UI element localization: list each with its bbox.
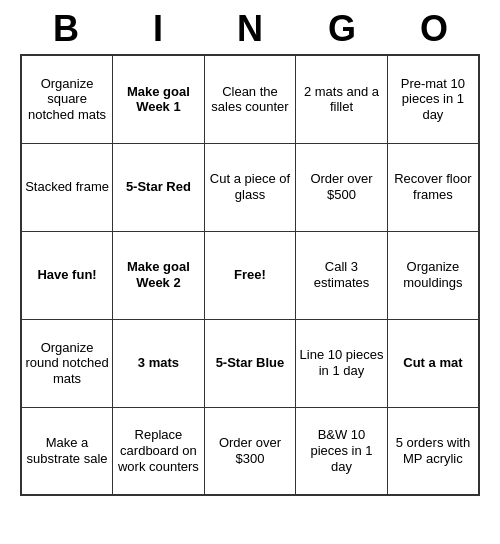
bingo-cell-2-3: Call 3 estimates [296, 231, 388, 319]
bingo-letter-b: B [26, 8, 106, 50]
bingo-cell-3-1: 3 mats [113, 319, 205, 407]
bingo-cell-4-0: Make a substrate sale [21, 407, 113, 495]
bingo-row-4: Make a substrate saleReplace cardboard o… [21, 407, 479, 495]
bingo-row-0: Organize square notched matsMake goal We… [21, 55, 479, 143]
bingo-cell-2-0: Have fun! [21, 231, 113, 319]
bingo-grid: Organize square notched matsMake goal We… [20, 54, 480, 496]
bingo-cell-0-4: Pre-mat 10 pieces in 1 day [387, 55, 479, 143]
bingo-cell-1-0: Stacked frame [21, 143, 113, 231]
bingo-cell-2-4: Organize mouldings [387, 231, 479, 319]
bingo-cell-0-2: Clean the sales counter [204, 55, 295, 143]
bingo-cell-0-0: Organize square notched mats [21, 55, 113, 143]
bingo-cell-0-3: 2 mats and a fillet [296, 55, 388, 143]
bingo-cell-1-3: Order over $500 [296, 143, 388, 231]
bingo-cell-1-4: Recover floor frames [387, 143, 479, 231]
bingo-cell-4-3: B&W 10 pieces in 1 day [296, 407, 388, 495]
bingo-row-2: Have fun!Make goal Week 2Free!Call 3 est… [21, 231, 479, 319]
bingo-cell-4-2: Order over $300 [204, 407, 295, 495]
bingo-letter-i: I [118, 8, 198, 50]
bingo-cell-3-2: 5-Star Blue [204, 319, 295, 407]
bingo-cell-2-2: Free! [204, 231, 295, 319]
bingo-letter-g: G [302, 8, 382, 50]
bingo-cell-3-0: Organize round notched mats [21, 319, 113, 407]
bingo-header: BINGO [20, 0, 480, 54]
bingo-cell-2-1: Make goal Week 2 [113, 231, 205, 319]
bingo-cell-0-1: Make goal Week 1 [113, 55, 205, 143]
bingo-cell-4-1: Replace cardboard on work counters [113, 407, 205, 495]
bingo-cell-1-2: Cut a piece of glass [204, 143, 295, 231]
bingo-row-3: Organize round notched mats3 mats5-Star … [21, 319, 479, 407]
bingo-cell-3-3: Line 10 pieces in 1 day [296, 319, 388, 407]
bingo-row-1: Stacked frame5-Star RedCut a piece of gl… [21, 143, 479, 231]
bingo-cell-1-1: 5-Star Red [113, 143, 205, 231]
bingo-cell-3-4: Cut a mat [387, 319, 479, 407]
bingo-letter-o: O [394, 8, 474, 50]
bingo-cell-4-4: 5 orders with MP acrylic [387, 407, 479, 495]
bingo-letter-n: N [210, 8, 290, 50]
